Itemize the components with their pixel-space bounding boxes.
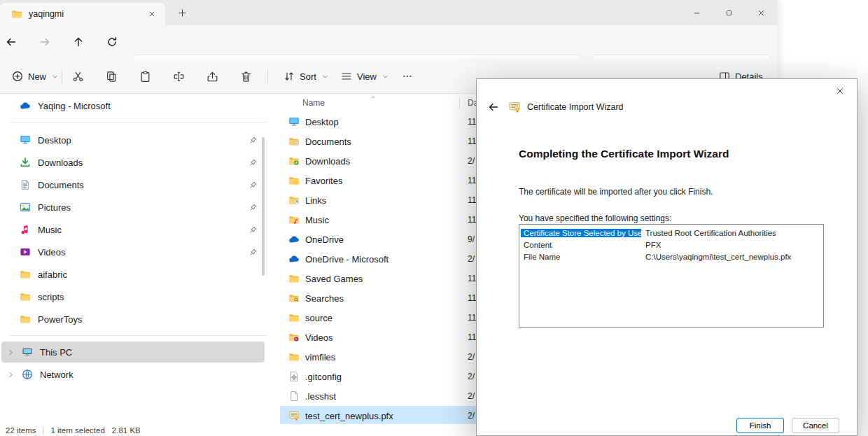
tab-close-button[interactable]: [144, 6, 160, 22]
setting-value: PFX: [641, 241, 661, 249]
sidebar-item-network[interactable]: Network: [1, 364, 265, 385]
share-icon: [206, 71, 218, 83]
file-name: OneDrive - Microsoft: [305, 254, 388, 265]
folder-downloads-icon: [288, 155, 300, 167]
file-name: .gitconfig: [305, 372, 342, 382]
refresh-icon: [106, 36, 118, 48]
sidebar-item-documents[interactable]: Documents: [1, 174, 265, 195]
file-name: Saved Games: [305, 274, 363, 284]
documents-icon: [20, 179, 31, 190]
chevron-down-icon: [321, 73, 329, 80]
cancel-button[interactable]: Cancel: [792, 418, 839, 433]
file-name: Favorites: [305, 176, 342, 186]
new-button[interactable]: New: [6, 66, 65, 86]
sidebar-item-downloads[interactable]: Downloads: [1, 152, 265, 173]
column-divider[interactable]: [459, 97, 460, 108]
file-date-modified: 2/: [468, 391, 475, 401]
file-name: test_cert_newplus.pfx: [305, 411, 393, 421]
tab-title: yaqingmi: [29, 9, 64, 19]
navigation-bar: This PCWindows (C:)Usersyaqingmi: [0, 25, 777, 59]
copy-button[interactable]: [99, 66, 123, 86]
sidebar-item-aifabric[interactable]: aifabric: [1, 264, 265, 285]
wizard-settings-caption: You have specified the following setting…: [519, 213, 671, 223]
file-date-modified: 11: [468, 176, 476, 185]
delete-button[interactable]: [234, 66, 258, 86]
wizard-title: Certificate Import Wizard: [527, 102, 624, 112]
chevron-down-icon: [51, 73, 59, 80]
desktop-icon: [20, 134, 31, 146]
close-window-button[interactable]: [745, 0, 777, 25]
explorer-tab[interactable]: yaqingmi: [0, 3, 165, 25]
new-icon: [12, 71, 23, 82]
rename-button[interactable]: [167, 66, 190, 86]
setting-row-certificate-store-selected-by-user[interactable]: Certificate Store Selected by UserTruste…: [521, 227, 822, 239]
sidebar-item-label: aifabric: [38, 269, 67, 280]
copy-icon: [106, 71, 118, 83]
folder-icon: [11, 8, 22, 20]
wizard-body-text: The certificate will be imported after y…: [519, 187, 713, 197]
maximize-button[interactable]: [713, 0, 745, 25]
dialog-close-button[interactable]: [829, 83, 851, 99]
sidebar-item-videos[interactable]: Videos: [1, 241, 265, 262]
pc-icon: [22, 346, 33, 358]
window-controls: [680, 0, 777, 25]
refresh-button[interactable]: [101, 31, 123, 53]
file-date-modified: 11: [468, 117, 476, 127]
file-icon: [288, 391, 300, 402]
sidebar-item-label: scripts: [38, 292, 64, 302]
minimize-button[interactable]: [680, 0, 713, 25]
setting-key: Certificate Store Selected by User: [521, 229, 641, 237]
file-name: source: [305, 313, 332, 323]
folder-links-icon: [288, 195, 300, 206]
wizard-heading: Completing the Certificate Import Wizard: [519, 148, 729, 160]
sidebar-item-scripts[interactable]: scripts: [1, 286, 265, 307]
setting-row-file-name[interactable]: File NameC:\Users\yaqingmi\test_cert_new…: [521, 251, 822, 262]
sidebar: Yaqing - Microsoft DesktopDownloadsDocum…: [0, 94, 277, 424]
more-options-button[interactable]: [398, 66, 417, 86]
setting-row-content[interactable]: ContentPFX: [521, 239, 822, 251]
sidebar-item-music[interactable]: Music: [1, 219, 265, 240]
file-name: Downloads: [305, 156, 350, 167]
sidebar-item-pictures[interactable]: Pictures: [1, 197, 265, 218]
toolbar-divider: [267, 69, 268, 83]
sort-button[interactable]: Sort: [277, 66, 335, 86]
sort-button-label: Sort: [300, 71, 316, 82]
sidebar-item-label: Music: [38, 225, 62, 235]
minimize-icon: [693, 9, 701, 17]
file-name: OneDrive: [305, 234, 344, 245]
column-header-name[interactable]: Name: [280, 98, 325, 108]
ellipsis-icon: [402, 71, 413, 82]
certificate-import-wizard-dialog: Certificate Import Wizard Completing the…: [476, 78, 858, 436]
sidebar-item-powertoys[interactable]: PowerToys: [1, 309, 265, 330]
cut-button[interactable]: [66, 66, 90, 86]
folder-icon: [288, 351, 300, 363]
folder-icon: [20, 314, 31, 325]
sidebar-item-label: Desktop: [38, 135, 71, 146]
cut-icon: [72, 71, 84, 83]
onedrive-cloud-icon: [20, 100, 31, 111]
back-icon: [6, 36, 17, 48]
sidebar-divider: [10, 122, 267, 122]
new-button-label: New: [28, 71, 46, 82]
forward-button[interactable]: [34, 31, 56, 53]
folder-searches-icon: [288, 293, 300, 304]
wizard-settings-table[interactable]: Certificate Store Selected by UserTruste…: [519, 224, 824, 328]
back-button[interactable]: [0, 31, 22, 53]
view-button[interactable]: View: [335, 66, 396, 86]
sidebar-item-desktop[interactable]: Desktop: [1, 129, 265, 150]
dialog-buttons: Finish Cancel: [736, 418, 839, 433]
sidebar-account-item[interactable]: Yaqing - Microsoft: [1, 95, 265, 116]
sidebar-scrollbar[interactable]: [262, 137, 265, 276]
paste-button[interactable]: [133, 66, 157, 86]
wizard-back-button[interactable]: [485, 99, 502, 115]
new-tab-button[interactable]: [173, 5, 191, 21]
setting-key: File Name: [521, 253, 641, 261]
folder-music-icon: [288, 214, 300, 225]
sidebar-item-this-pc[interactable]: This PC: [1, 342, 265, 363]
status-divider: [43, 426, 43, 434]
share-button[interactable]: [200, 66, 224, 86]
finish-button[interactable]: Finish: [736, 418, 784, 433]
folder-icon: [288, 312, 300, 323]
up-button[interactable]: [67, 31, 90, 53]
maximize-icon: [725, 9, 733, 17]
